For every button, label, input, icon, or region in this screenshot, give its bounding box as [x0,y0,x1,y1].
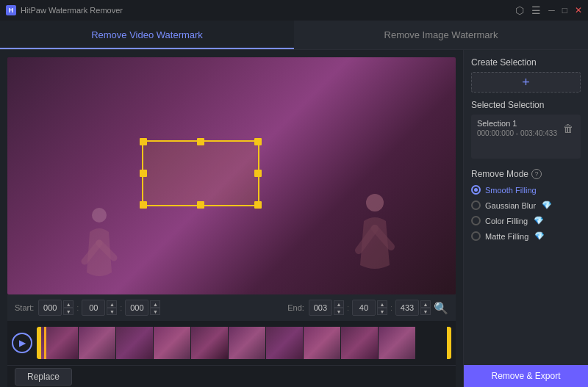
selection-box[interactable] [142,140,259,206]
timeline-end-marker [447,327,451,359]
selection-item-time: 000:00:000 - 003:40:433 [477,129,557,137]
end-hours-up[interactable]: ▲ [334,300,344,308]
end-minutes-up[interactable]: ▲ [377,300,387,308]
tab-remove-image[interactable]: Remove Image Watermark [294,21,588,49]
figure-right [353,192,397,280]
start-minutes[interactable] [82,300,105,316]
title-bar: H HitPaw Watermark Remover ⬡ ☰ ─ □ ✕ [0,0,588,21]
thumb-5 [191,327,228,359]
selected-selection-title: Selected Selection [471,100,581,110]
end-seconds[interactable] [395,300,419,316]
selection-item-info: Selection 1 000:00:000 - 003:40:433 [477,119,557,137]
premium-icon-color: 💎 [534,216,544,225]
radio-color [471,216,481,225]
delete-selection-button[interactable]: 🗑 [562,121,575,136]
start-hours-down[interactable]: ▼ [63,308,74,315]
timeline-playhead[interactable] [44,327,46,359]
end-label: End: [287,303,304,312]
start-seconds-down[interactable]: ▼ [150,308,160,315]
start-hours[interactable] [38,300,62,316]
thumb-1 [41,327,78,359]
handle-bottom-left[interactable] [140,201,147,209]
end-time-group: ▲ ▼ : ▲ ▼ : ▲ ▼ [309,300,431,316]
thumb-10 [379,327,415,359]
menu-icon[interactable]: ☰ [531,4,541,16]
tab-remove-video[interactable]: Remove Video Watermark [0,21,294,49]
start-minutes-up[interactable]: ▲ [107,300,117,308]
create-selection-button[interactable]: + [471,72,581,93]
figure-left [81,206,118,287]
video-panel: Start: ▲ ▼ : ▲ ▼ : ▲ ▼ [0,50,463,387]
timeline-area: ▶ [7,321,456,365]
play-button[interactable]: ▶ [12,333,32,353]
start-label: Start: [15,303,34,312]
thumb-8 [304,327,340,359]
timeline-segment [41,327,415,359]
end-seconds-spin[interactable]: ▲ ▼ [420,300,431,315]
controls-bar: Start: ▲ ▼ : ▲ ▼ : ▲ ▼ [7,294,456,321]
handle-mid-right[interactable] [254,170,262,177]
start-hours-spin[interactable]: ▲ ▼ [63,300,74,315]
share-icon[interactable]: ⬡ [515,4,524,16]
remove-mode-title: Remove Mode ? [471,169,581,179]
end-seconds-up[interactable]: ▲ [420,300,431,308]
start-seconds-up[interactable]: ▲ [150,300,160,308]
app-title: HitPaw Watermark Remover [21,6,123,15]
minimize-icon[interactable]: ─ [548,5,555,15]
main-content: Start: ▲ ▼ : ▲ ▼ : ▲ ▼ [0,50,588,387]
start-minutes-down[interactable]: ▼ [107,308,117,315]
handle-mid-left[interactable] [140,170,147,177]
video-background [7,57,456,294]
selection-item-name: Selection 1 [477,119,557,128]
list-item: Selection 1 000:00:000 - 003:40:433 🗑 [471,115,581,142]
radio-gaussian [471,200,481,210]
mode-gaussian-blur[interactable]: Gaussian Blur 💎 [471,200,581,210]
search-button[interactable]: 🔍 [434,301,448,315]
create-selection-section: Create Selection + [471,57,581,93]
close-icon[interactable]: ✕ [575,5,582,15]
selection-list: Selection 1 000:00:000 - 003:40:433 🗑 [471,115,581,159]
svg-point-3 [92,208,107,223]
handle-top-mid[interactable] [197,138,204,145]
handle-bottom-mid[interactable] [197,201,204,209]
start-seconds[interactable] [125,300,148,316]
start-seconds-spin[interactable]: ▲ ▼ [150,300,160,315]
thumb-4 [154,327,190,359]
create-selection-title: Create Selection [471,57,581,68]
timeline-track[interactable] [37,327,451,359]
mode-matte-filling[interactable]: Matte Filling 💎 [471,231,581,241]
thumb-2 [79,327,115,359]
thumb-9 [341,327,378,359]
end-minutes-down[interactable]: ▼ [377,308,387,315]
mode-color-label: Color Filling [485,217,528,225]
bottom-bar: Replace [7,365,456,387]
end-hours-down[interactable]: ▼ [334,308,344,315]
handle-top-right[interactable] [254,138,262,145]
selected-selection-section: Selected Selection Selection 1 000:00:00… [471,100,581,159]
start-hours-up[interactable]: ▲ [63,300,74,308]
mode-matte-label: Matte Filling [485,232,528,241]
end-hours[interactable] [309,300,332,316]
help-icon[interactable]: ? [531,169,542,179]
handle-top-left[interactable] [140,138,147,145]
maximize-icon[interactable]: □ [562,5,567,15]
radio-matte [471,231,481,241]
start-minutes-spin[interactable]: ▲ ▼ [107,300,117,315]
mode-color-filling[interactable]: Color Filling 💎 [471,216,581,225]
end-seconds-down[interactable]: ▼ [420,308,431,315]
tab-bar: Remove Video Watermark Remove Image Wate… [0,21,588,50]
replace-button[interactable]: Replace [15,368,72,386]
start-time-group: ▲ ▼ : ▲ ▼ : ▲ ▼ [38,300,160,316]
end-minutes[interactable] [352,300,376,316]
video-container [7,57,456,294]
mode-smooth-filling[interactable]: Smooth Filling [471,185,581,195]
mode-gaussian-label: Gaussian Blur [485,201,536,210]
app-icon: H [6,5,16,15]
thumb-3 [116,327,153,359]
end-minutes-spin[interactable]: ▲ ▼ [377,300,387,315]
handle-bottom-right[interactable] [254,201,262,209]
thumb-7 [266,327,303,359]
end-hours-spin[interactable]: ▲ ▼ [334,300,344,315]
premium-icon-matte: 💎 [534,231,545,241]
export-button[interactable]: Remove & Export [464,365,588,387]
